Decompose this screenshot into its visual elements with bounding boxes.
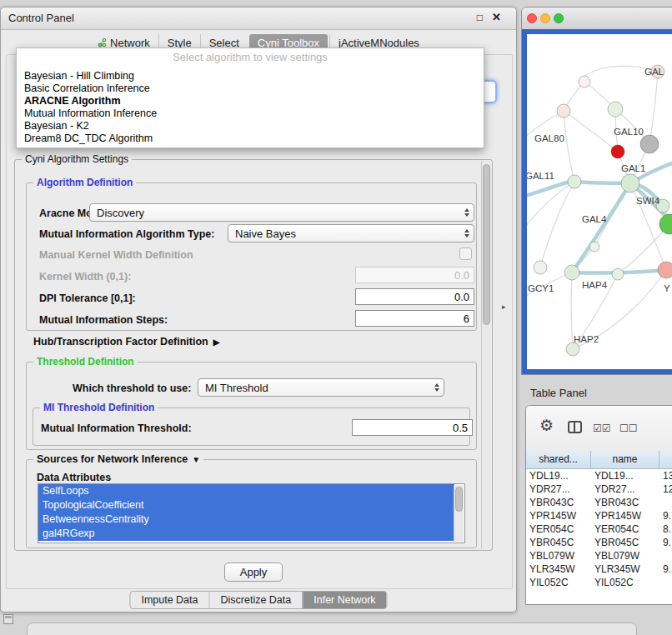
table-cell: 9. — [659, 509, 672, 522]
network-node[interactable] — [557, 104, 570, 118]
sources-group-header[interactable]: Sources for Network Inference▼ — [33, 453, 203, 465]
network-edge[interactable] — [572, 183, 630, 272]
network-canvas[interactable]: GALGAL80GAL10GAL11GAL1SWI4GAL4GCY1HAP4YH… — [527, 34, 672, 369]
bottom-tab-impute-data[interactable]: Impute Data — [130, 592, 208, 608]
network-edge[interactable] — [571, 272, 573, 349]
table-row[interactable]: YDR27...YDR27...12 — [526, 482, 672, 496]
table-panel-title: Table Panel — [530, 387, 587, 399]
attribute-item[interactable]: BetweennessCentrality — [38, 512, 454, 527]
select-all-columns-icon[interactable]: ☑☑ — [593, 422, 611, 434]
scrollbar-thumb[interactable] — [455, 487, 463, 512]
table-body: YDL19...YDL19...13YDR27...YDR27...12YBR0… — [526, 469, 672, 604]
node-label: GAL80 — [534, 133, 564, 143]
network-node[interactable] — [611, 145, 624, 158]
aracne-mode-select[interactable]: Discovery — [89, 203, 474, 222]
algorithm-option[interactable]: Bayesian - Hill Climbing — [17, 70, 484, 82]
deselect-all-columns-icon[interactable]: ☐☐ — [619, 422, 638, 434]
minimized-panel-icon[interactable] — [3, 614, 13, 624]
attributes-scrollbar[interactable] — [454, 485, 464, 542]
algorithm-option[interactable]: Bayesian - K2 — [17, 120, 484, 132]
dpi-tolerance-field[interactable]: 0.0 — [355, 288, 474, 305]
network-tab-icon — [98, 38, 107, 48]
network-edge[interactable] — [564, 111, 618, 152]
apply-button[interactable]: Apply — [224, 562, 283, 582]
table-row[interactable]: YPR145WYPR145W9. — [526, 509, 672, 522]
attribute-item[interactable]: gal4RGexp — [38, 527, 454, 541]
mi-algorithm-type-select[interactable]: Naive Bayes — [228, 224, 474, 242]
network-node[interactable] — [534, 261, 547, 274]
algorithm-dropdown-popup: Select algorithm to view settings Bayesi… — [16, 48, 484, 148]
bottom-tab-discretize-data[interactable]: Discretize Data — [209, 592, 303, 608]
network-edge[interactable] — [564, 111, 574, 182]
table-row[interactable]: YBR043CYBR043C — [526, 496, 672, 509]
data-attributes-list[interactable]: SelfLoopsTopologicalCoefficientBetweenne… — [38, 483, 465, 543]
table-row[interactable]: YER054CYER054C8. — [526, 522, 672, 536]
mi-steps-label: Mutual Information Steps: — [39, 314, 168, 326]
network-view-frame: GALGAL80GAL10GAL11GAL1SWI4GAL4GCY1HAP4YH… — [522, 29, 672, 374]
algorithm-option[interactable]: ARACNE Algorithm — [17, 95, 484, 108]
combo-arrows-icon — [464, 225, 469, 242]
node-label: GCY1 — [528, 283, 554, 293]
data-attributes-label: Data Attributes — [37, 472, 111, 483]
table-cell — [659, 496, 672, 509]
panel-divider-handle[interactable]: ▸ — [502, 302, 506, 311]
network-node[interactable] — [658, 262, 672, 278]
column-header[interactable]: name — [591, 451, 659, 469]
attribute-item[interactable]: SelfLoops — [38, 484, 454, 498]
hub-section-header[interactable]: Hub/Transcription Factor Definition▶ — [33, 336, 219, 348]
window-title: Control Panel — [8, 12, 74, 24]
float-window-icon[interactable]: □ — [477, 12, 483, 23]
table-row[interactable]: YLR345WYLR345W9. — [526, 562, 672, 576]
which-threshold-value: MI Threshold — [205, 382, 268, 394]
columns-icon[interactable] — [568, 421, 582, 433]
network-node[interactable] — [659, 214, 672, 234]
kernel-width-field[interactable]: 0.0 — [355, 267, 474, 283]
attribute-item[interactable]: TopologicalCoefficient — [38, 498, 454, 512]
table-cell: YDR27... — [526, 482, 591, 496]
table-cell: 9. — [659, 536, 672, 549]
algorithm-option[interactable]: Basic Correlation Inference — [17, 82, 484, 95]
network-node[interactable] — [568, 175, 581, 188]
combo-arrows-icon — [434, 379, 439, 396]
zoom-traffic-light-icon[interactable] — [554, 13, 564, 23]
close-icon[interactable]: ✕ — [492, 11, 501, 23]
table-row[interactable]: YDL19...YDL19...13 — [526, 469, 672, 482]
network-node[interactable] — [612, 268, 624, 280]
node-label: GAL — [644, 67, 664, 77]
algorithm-option[interactable]: Dream8 DC_TDC Algorithm — [17, 132, 484, 145]
column-header[interactable] — [659, 451, 672, 469]
table-row[interactable]: YBL079WYBL079W — [526, 549, 672, 562]
network-node[interactable] — [579, 76, 590, 88]
table-cell: YLR345W — [591, 562, 659, 576]
mi-threshold-field[interactable]: 0.5 — [352, 419, 473, 436]
gear-icon[interactable]: ⚙ — [539, 418, 554, 433]
manual-kernel-label: Manual Kernel Width Definition — [39, 249, 193, 261]
network-node[interactable] — [621, 174, 639, 192]
manual-kernel-checkbox[interactable] — [459, 248, 472, 260]
minimize-traffic-light-icon[interactable] — [540, 13, 550, 23]
mi-steps-field[interactable]: 6 — [355, 310, 474, 327]
algorithm-dropdown-items: Bayesian - Hill ClimbingBasic Correlatio… — [17, 70, 484, 145]
bottom-tab-infer-network[interactable]: Infer Network — [302, 592, 386, 608]
column-header[interactable]: shared... — [526, 451, 591, 469]
scrollbar-thumb[interactable] — [483, 164, 490, 325]
table-row[interactable]: YIL052CYIL052C — [526, 576, 672, 589]
algorithm-option[interactable]: Mutual Information Inference — [17, 108, 484, 120]
control-panel-window: Control Panel □ ✕ NetworkStyleSelectCyni… — [0, 7, 517, 612]
which-threshold-select[interactable]: MI Threshold — [198, 378, 444, 397]
which-threshold-label: Which threshold to use: — [73, 382, 191, 394]
network-node[interactable] — [640, 135, 659, 153]
network-node[interactable] — [564, 265, 579, 280]
table-cell: YER054C — [526, 522, 591, 536]
close-traffic-light-icon[interactable] — [527, 13, 537, 23]
network-node[interactable] — [566, 342, 579, 356]
aracne-mode-value: Discovery — [97, 207, 144, 219]
control-panel-titlebar: Control Panel □ ✕ — [1, 8, 516, 30]
settings-scrollbar[interactable] — [481, 161, 491, 549]
table-row[interactable]: YBR045CYBR045C9. — [526, 536, 672, 549]
network-node[interactable] — [589, 242, 599, 252]
network-edge[interactable] — [649, 72, 658, 144]
table-panel-toolbar: ⚙ ☑☑ ☐☐ — [526, 406, 672, 452]
network-edge[interactable] — [527, 182, 574, 236]
network-node[interactable] — [608, 102, 623, 117]
